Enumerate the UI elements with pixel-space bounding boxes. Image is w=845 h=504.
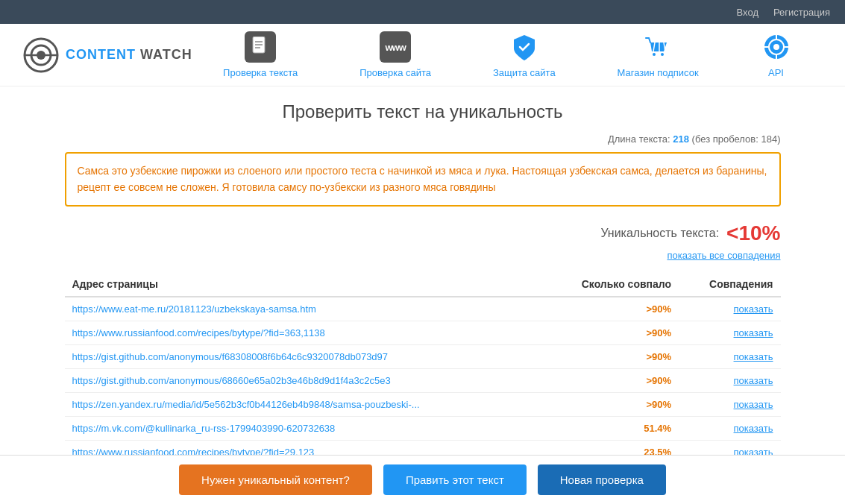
table-cell-match: 51.4%	[543, 416, 679, 440]
table-row: https://m.vk.com/@kullinarka_ru-rss-1799…	[65, 416, 781, 440]
nav-check-text[interactable]: Проверка текста	[223, 31, 298, 78]
table-row: https://zen.yandex.ru/media/id/5e562b3cf…	[65, 392, 781, 416]
table-cell-url: https://www.russianfood.com/recipes/byty…	[65, 321, 544, 344]
doc-icon	[245, 31, 276, 63]
table-cell-match: >90%	[543, 344, 679, 368]
table-cell-action: показать	[679, 392, 780, 416]
table-row: https://www.russianfood.com/recipes/byty…	[65, 321, 781, 344]
svg-point-12	[653, 53, 656, 56]
table-row: https://www.eat-me.ru/20181123/uzbekskay…	[65, 297, 781, 321]
page-url-link[interactable]: https://m.vk.com/@kullinarka_ru-rss-1799…	[72, 423, 336, 434]
col-match-header: Сколько совпало	[543, 272, 679, 297]
show-match-link[interactable]: показать	[734, 375, 773, 386]
svg-point-16	[773, 44, 779, 50]
show-match-link[interactable]: показать	[734, 327, 773, 338]
page-title: Проверить текст на уникальность	[65, 101, 781, 122]
page-url-link[interactable]: https://www.eat-me.ru/20181123/uzbekskay…	[72, 303, 316, 315]
page-url-link[interactable]: https://gist.github.com/anonymous/68660e…	[72, 375, 391, 386]
text-content: Самса это узбекские пирожки из слоеного …	[78, 165, 767, 193]
table-cell-action: показать	[679, 321, 780, 344]
header: CONTENT WATCH Проверка текста www Провер…	[0, 24, 845, 86]
nav-api-label: API	[768, 67, 784, 78]
table-cell-match: >90%	[543, 368, 679, 392]
show-match-link[interactable]: показать	[734, 423, 773, 434]
nav-protect-site[interactable]: Защита сайта	[493, 31, 556, 78]
table-cell-match: >90%	[543, 297, 679, 321]
text-length-label: Длина текста:	[608, 133, 670, 145]
top-bar: Вход Регистрация	[0, 0, 845, 24]
nav-api[interactable]: API	[761, 31, 792, 78]
table-cell-action: показать	[679, 368, 780, 392]
page-url-link[interactable]: https://zen.yandex.ru/media/id/5e562b3cf…	[72, 399, 420, 410]
text-no-spaces-label: (без пробелов:	[692, 133, 758, 145]
api-icon	[761, 31, 792, 63]
nav-shop[interactable]: Магазин подписок	[617, 31, 698, 78]
uniqueness-value: <10%	[726, 221, 780, 245]
logo-text: CONTENT WATCH	[66, 47, 192, 63]
table-cell-url: https://gist.github.com/anonymous/68660e…	[65, 368, 544, 392]
show-all-matches-link[interactable]: показать все совпадения	[667, 250, 780, 261]
uniqueness-row: Уникальность текста: <10%	[65, 221, 781, 245]
uniqueness-label: Уникальность текста:	[600, 227, 719, 240]
text-length-info: Длина текста: 218 (без пробелов: 184)	[65, 133, 781, 145]
table-cell-url: https://m.vk.com/@kullinarka_ru-rss-1799…	[65, 416, 544, 440]
show-match-link[interactable]: показать	[734, 399, 773, 410]
basket-icon	[642, 31, 673, 63]
table-cell-url: https://gist.github.com/anonymous/f68308…	[65, 344, 544, 368]
nav-protect-site-label: Защита сайта	[493, 67, 556, 78]
text-display: Самса это узбекские пирожки из слоеного …	[65, 152, 781, 207]
unique-content-button[interactable]: Нужен уникальный контент?	[179, 464, 372, 495]
new-check-button[interactable]: Новая проверка	[538, 464, 666, 495]
nav-shop-label: Магазин подписок	[617, 67, 698, 78]
table-cell-match: >90%	[543, 392, 679, 416]
table-cell-action: показать	[679, 416, 780, 440]
page-url-link[interactable]: https://www.russianfood.com/recipes/byty…	[72, 327, 325, 338]
page-url-link[interactable]: https://gist.github.com/anonymous/f68308…	[72, 351, 389, 362]
show-match-link[interactable]: показать	[734, 303, 773, 315]
edit-text-button[interactable]: Править этот текст	[383, 464, 527, 495]
show-all-link[interactable]: показать все совпадения	[65, 249, 781, 261]
main-nav: Проверка текста www Проверка сайта Защит…	[192, 31, 823, 78]
text-no-spaces-value: 184)	[761, 133, 780, 145]
nav-check-text-label: Проверка текста	[223, 67, 298, 78]
login-link[interactable]: Вход	[737, 7, 758, 18]
text-length-value: 218	[673, 133, 689, 145]
table-cell-action: показать	[679, 344, 780, 368]
shield-icon	[509, 31, 540, 63]
svg-point-13	[661, 53, 664, 56]
show-match-link[interactable]: показать	[734, 351, 773, 362]
col-url-header: Адрес страницы	[65, 272, 544, 297]
logo-icon	[22, 37, 60, 74]
nav-check-site[interactable]: www Проверка сайта	[359, 31, 431, 78]
col-action-header: Совпадения	[679, 272, 780, 297]
register-link[interactable]: Регистрация	[773, 7, 830, 18]
main-content: Проверить текст на уникальность Длина те…	[50, 86, 796, 504]
table-row: https://gist.github.com/anonymous/68660e…	[65, 368, 781, 392]
www-icon: www	[380, 31, 411, 63]
table-cell-url: https://www.eat-me.ru/20181123/uzbekskay…	[65, 297, 544, 321]
bottom-bar: Нужен уникальный контент? Править этот т…	[0, 455, 845, 504]
table-cell-action: показать	[679, 297, 780, 321]
logo[interactable]: CONTENT WATCH	[22, 37, 192, 74]
table-cell-url: https://zen.yandex.ru/media/id/5e562b3cf…	[65, 392, 544, 416]
table-cell-match: >90%	[543, 321, 679, 344]
nav-check-site-label: Проверка сайта	[359, 67, 431, 78]
table-row: https://gist.github.com/anonymous/f68308…	[65, 344, 781, 368]
table-header-row: Адрес страницы Сколько совпало Совпадени…	[65, 272, 781, 297]
